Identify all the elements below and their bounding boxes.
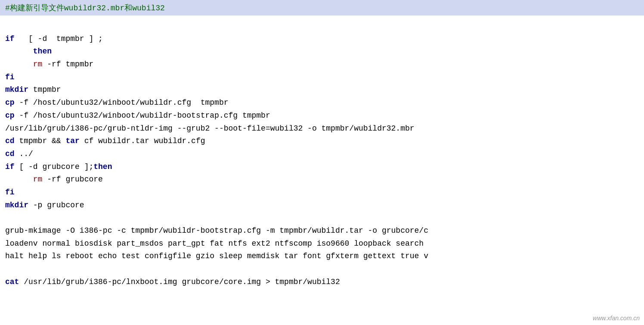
code-token: cat [5,278,19,286]
code-token: -f /host/ubuntu32/winboot/wubildr.cfg tm… [15,98,229,107]
code-line: rm -rf grubcore [5,173,639,186]
code-body: if [ -d tmpmbr ] ; then rm -rf tmpmbrfim… [0,16,644,293]
code-line: mkdir tmpmbr [5,84,639,97]
code-token: /usr/lib/grub/i386-pc/lnxboot.img grubco… [19,278,340,286]
code-token: halt help ls reboot echo test configfile… [5,252,428,260]
code-token: -f /host/ubuntu32/winboot/wubildr-bootst… [15,111,270,120]
code-line: rm -rf tmpmbr [5,58,639,71]
code-token: mkdir [5,201,28,209]
blank-line [5,263,639,276]
code-token: cd [5,137,15,145]
code-token: fi [5,188,15,197]
code-line: if [ -d tmpmbr ] ; [5,33,639,46]
code-line: halt help ls reboot echo test configfile… [5,250,639,263]
comment-line: #构建新引导文件wubildr32.mbr和wubil32 [0,0,644,16]
code-line: mkdir -p grubcore [5,199,639,212]
code-line: then [5,45,639,58]
code-token: mkdir [5,85,28,94]
code-line: grub-mkimage -O i386-pc -c tmpmbr/wubild… [5,225,639,237]
code-container: #构建新引导文件wubildr32.mbr和wubil32 if [ -d tm… [0,0,644,325]
code-token: then [33,47,52,56]
code-token: if [5,162,15,171]
code-token: /usr/lib/grub/i386-pc/grub-ntldr-img --g… [5,124,415,133]
code-token: fi [5,73,15,81]
code-token: cp [5,98,15,107]
code-token: tmpmbr [28,85,61,94]
code-line: /usr/lib/grub/i386-pc/grub-ntldr-img --g… [5,122,639,135]
code-token: tar [65,137,79,145]
code-token [5,175,33,184]
code-token: grub-mkimage -O i386-pc -c tmpmbr/wubild… [5,226,428,235]
code-line: cp -f /host/ubuntu32/winboot/wubildr-boo… [5,109,639,122]
blank-line [5,212,639,225]
code-token: cf wubildr.tar wubildr.cfg [80,137,205,145]
code-line: cat /usr/lib/grub/i386-pc/lnxboot.img gr… [5,276,639,289]
code-token: loadenv normal biosdisk part_msdos part_… [5,239,424,248]
code-token: rm [33,175,43,184]
code-line: cd tmpmbr && tar cf wubildr.tar wubildr.… [5,135,639,148]
code-token: if [5,34,15,43]
code-token: rm [33,60,43,69]
code-line: loadenv normal biosdisk part_msdos part_… [5,237,639,250]
blank-line [5,20,639,33]
code-token: tmpmbr && [15,137,66,145]
code-token [5,47,33,56]
code-token: -rf grubcore [42,175,102,184]
code-line: cp -f /host/ubuntu32/winboot/wubildr.cfg… [5,97,639,109]
code-line: fi [5,186,639,199]
code-line: fi [5,71,639,84]
code-line: if [ -d grubcore ];then [5,161,639,174]
code-token [5,60,33,69]
code-token: cd [5,150,15,158]
code-token: ../ [15,150,33,158]
watermark: www.xfan.com.cn [593,315,640,322]
code-token: -p grubcore [28,201,84,209]
code-token: then [93,162,112,171]
code-token: -rf tmpmbr [42,60,93,69]
code-token: cp [5,111,15,120]
code-token: [ -d grubcore ]; [15,162,94,171]
code-token: [ -d tmpmbr ] ; [15,34,103,43]
code-line: cd ../ [5,148,639,161]
